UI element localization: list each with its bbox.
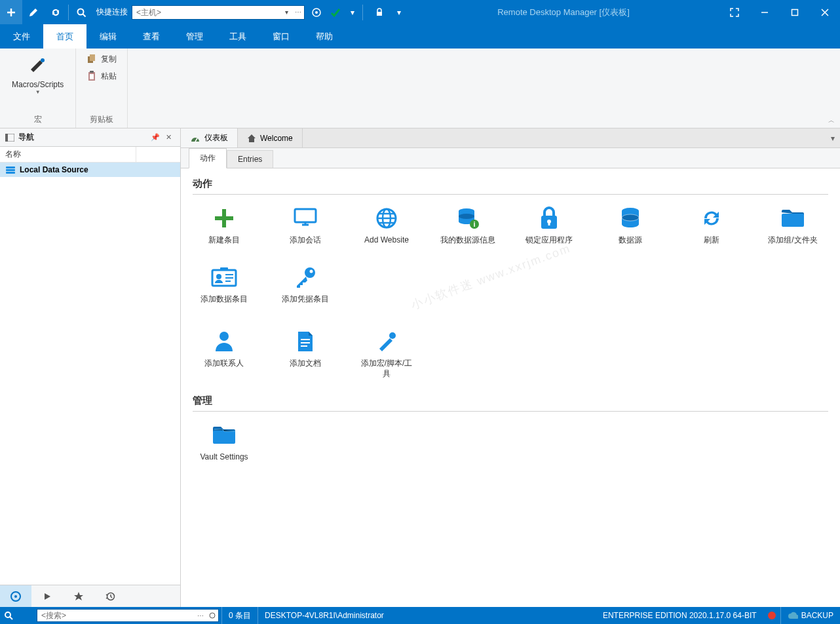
svg-rect-40	[213, 431, 235, 444]
paste-button[interactable]: 粘贴	[83, 68, 121, 84]
host-input[interactable]	[132, 8, 280, 17]
lock-icon[interactable]	[368, 0, 391, 24]
edit-icon[interactable]	[22, 0, 45, 24]
new-icon[interactable]	[0, 0, 22, 24]
check-dropdown-icon[interactable]: ▾	[348, 0, 357, 24]
ribbon-group-macro: 宏	[34, 113, 42, 127]
action-add-session[interactable]: 添加会话	[274, 203, 337, 256]
fullscreen-icon[interactable]	[719, 0, 750, 24]
menu-help[interactable]: 帮助	[303, 24, 346, 49]
nav-column-name[interactable]: 名称	[5, 149, 136, 160]
action-add-document[interactable]: 添加文档	[274, 326, 337, 381]
tab-welcome[interactable]: Welcome	[238, 128, 303, 147]
lock-app-icon	[536, 205, 562, 231]
host-more-icon[interactable]: ⋯	[292, 6, 304, 19]
status-search-go[interactable]	[206, 609, 218, 622]
action-data-sources[interactable]: 数据源	[599, 203, 662, 256]
subtab-actions[interactable]: 动作	[189, 148, 227, 168]
tab-dashboard[interactable]: 仪表板	[181, 128, 238, 147]
nav-tree[interactable]: Local Data Source	[0, 163, 180, 585]
close-panel-icon[interactable]: ✕	[162, 131, 175, 144]
svg-point-39	[389, 332, 396, 339]
action-new-entry[interactable]: 新建条目	[193, 203, 256, 256]
status-search-wrap: ⋯	[37, 609, 219, 622]
datasource-icon	[5, 165, 16, 174]
nav-column-2[interactable]	[136, 147, 175, 162]
menu-edit[interactable]: 编辑	[86, 24, 130, 49]
svg-rect-19	[295, 209, 316, 222]
menu-view[interactable]: 查看	[130, 24, 173, 49]
svg-point-36	[305, 267, 315, 278]
svg-point-34	[216, 274, 221, 279]
section-admin-title: 管理	[193, 395, 828, 407]
lock-dropdown-icon[interactable]: ▾	[394, 0, 404, 24]
vault-icon	[211, 422, 237, 448]
macros-label: Macros/Scripts	[12, 80, 64, 89]
person-icon	[211, 328, 237, 355]
macros-scripts-button[interactable]: Macros/Scripts ▼	[7, 51, 69, 98]
minimize-button[interactable]	[750, 0, 780, 24]
svg-point-41	[5, 612, 10, 617]
id-card-icon	[211, 264, 237, 290]
refresh-icon[interactable]	[45, 0, 67, 24]
status-search-input[interactable]	[37, 611, 195, 620]
action-add-folder[interactable]: 添加组/文件夹	[761, 203, 824, 256]
target-icon[interactable]	[309, 0, 324, 24]
quick-connect-label: 快捷连接	[96, 7, 128, 18]
dashboard-icon	[190, 134, 200, 143]
pin-icon[interactable]: 📌	[149, 131, 162, 144]
check-icon[interactable]	[328, 0, 344, 24]
svg-rect-10	[90, 74, 94, 79]
action-vault-settings[interactable]: Vault Settings	[193, 419, 256, 473]
status-search-icon[interactable]	[0, 611, 17, 620]
nav-bottom-bar	[0, 585, 180, 607]
monitor-icon	[292, 205, 318, 231]
svg-rect-12	[5, 134, 8, 142]
menu-home[interactable]: 首页	[43, 24, 86, 49]
menu-admin[interactable]: 管理	[173, 24, 216, 49]
status-search-more[interactable]: ⋯	[195, 609, 206, 622]
svg-point-38	[220, 332, 229, 341]
svg-text:i: i	[473, 220, 475, 228]
menu-tools[interactable]: 工具	[216, 24, 259, 49]
action-add-macro[interactable]: 添加宏/脚本/工具	[355, 326, 418, 381]
maximize-button[interactable]	[780, 0, 810, 24]
action-lock-app[interactable]: 锁定应用程序	[518, 203, 581, 256]
menu-window[interactable]: 窗口	[259, 24, 303, 49]
host-dropdown-icon[interactable]: ▾	[280, 6, 292, 19]
app-title: Remote Desktop Manager [仪表板]	[408, 7, 719, 18]
nav-vault-icon[interactable]	[0, 585, 31, 608]
status-backup[interactable]: BACKUP	[780, 607, 840, 624]
action-add-website[interactable]: Add Website	[355, 203, 418, 256]
home-icon	[247, 134, 256, 143]
tabs-dropdown-icon[interactable]: ▾	[831, 134, 835, 143]
svg-rect-13	[6, 166, 15, 168]
action-refresh[interactable]: 刷新	[680, 203, 743, 256]
nav-recent-icon[interactable]	[94, 585, 126, 608]
svg-rect-35	[220, 267, 228, 271]
ribbon-collapse-icon[interactable]: ︿	[828, 116, 835, 125]
search-icon[interactable]	[70, 0, 92, 24]
svg-point-37	[310, 270, 313, 273]
folder-icon	[780, 205, 806, 231]
status-warning-icon[interactable]	[763, 610, 780, 621]
content-area: 仪表板 Welcome ▾ 动作 Entries 动作 新建条目	[181, 128, 840, 607]
action-my-ds-info[interactable]: i 我的数据源信息	[436, 203, 499, 256]
svg-rect-28	[548, 222, 550, 225]
action-add-data-entry[interactable]: 添加数据条目	[193, 262, 256, 315]
nav-title: 导航	[18, 132, 34, 143]
nav-play-icon[interactable]	[31, 585, 63, 608]
action-add-cred-entry[interactable]: 添加凭据条目	[274, 262, 337, 315]
copy-button[interactable]: 复制	[83, 51, 121, 67]
tree-root-item[interactable]: Local Data Source	[0, 163, 180, 177]
menu-bar: 文件 首页 编辑 查看 管理 工具 窗口 帮助	[0, 24, 840, 49]
nav-favorites-icon[interactable]	[63, 585, 94, 608]
action-add-contact[interactable]: 添加联系人	[193, 326, 256, 381]
close-button[interactable]	[810, 0, 840, 24]
menu-file[interactable]: 文件	[0, 24, 43, 49]
svg-point-42	[210, 613, 215, 618]
subtab-entries[interactable]: Entries	[227, 150, 273, 168]
status-machine: DESKTOP-4VL8R1I\Administrator	[258, 607, 391, 624]
host-input-wrap: ▾ ⋯	[132, 5, 305, 20]
status-entries: 0 条目	[221, 607, 258, 624]
